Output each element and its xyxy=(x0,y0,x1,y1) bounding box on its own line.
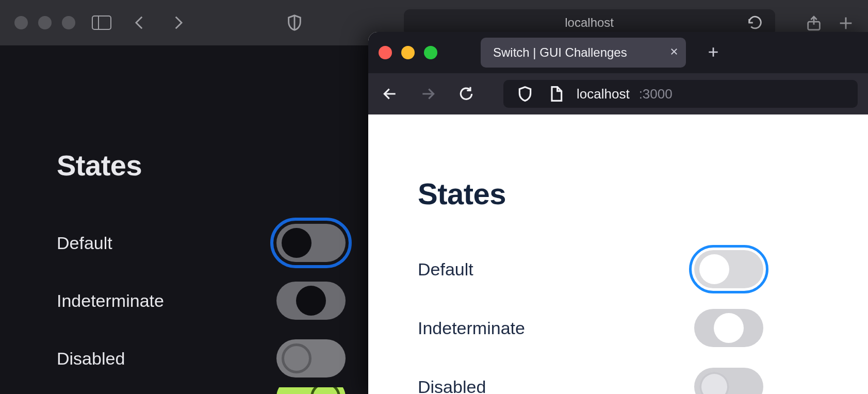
sidebar-toggle-icon[interactable] xyxy=(90,11,113,35)
traffic-light-minimize[interactable] xyxy=(38,16,52,29)
tab-title: Switch | GUI Challenges xyxy=(493,45,627,60)
traffic-light-maximize[interactable] xyxy=(424,46,437,59)
safari-traffic-lights xyxy=(14,16,75,29)
url-port: :3000 xyxy=(639,86,673,102)
traffic-light-close[interactable] xyxy=(379,46,392,59)
firefox-traffic-lights xyxy=(379,46,437,59)
back-icon[interactable] xyxy=(128,11,152,35)
switch-indeterminate[interactable] xyxy=(276,282,346,320)
address-bar-icons xyxy=(514,83,567,105)
page-heading: States xyxy=(418,176,818,211)
switch-disabled xyxy=(694,368,763,394)
reload-icon[interactable] xyxy=(455,83,478,105)
state-label: Default xyxy=(418,259,473,280)
state-label: Indeterminate xyxy=(418,318,525,338)
switch-indeterminate[interactable] xyxy=(694,309,763,347)
switch-disabled-checked xyxy=(276,387,346,394)
state-row-default: Default xyxy=(57,214,346,272)
traffic-light-maximize[interactable] xyxy=(62,16,75,29)
browser-tab[interactable]: Switch | GUI Challenges xyxy=(481,38,686,68)
switch-states-list: Default Indeterminate Disabled xyxy=(418,240,763,394)
new-tab-button[interactable] xyxy=(698,43,728,63)
safari-url-text: localhost xyxy=(565,15,614,30)
shield-icon[interactable] xyxy=(283,11,306,35)
state-row-disabled: Disabled xyxy=(57,330,346,387)
state-row-indeterminate: Indeterminate xyxy=(57,272,346,330)
tab-close-icon[interactable] xyxy=(669,47,679,59)
firefox-toolbar: localhost:3000 xyxy=(368,73,868,114)
state-row-disabled: Disabled xyxy=(418,357,763,394)
forward-icon[interactable] xyxy=(166,11,190,35)
state-label: Default xyxy=(57,233,112,253)
state-row-indeterminate: Indeterminate xyxy=(418,299,763,357)
state-row-disabled-checked xyxy=(57,387,346,394)
shield-icon[interactable] xyxy=(514,83,536,105)
traffic-light-minimize[interactable] xyxy=(401,46,415,59)
forward-icon[interactable] xyxy=(417,83,439,105)
state-label: Disabled xyxy=(418,377,486,395)
firefox-address-bar[interactable]: localhost:3000 xyxy=(503,80,858,108)
switch-default[interactable] xyxy=(694,250,763,288)
url-host: localhost xyxy=(577,86,630,102)
svg-rect-0 xyxy=(92,16,111,29)
page-icon xyxy=(545,83,567,105)
switch-disabled xyxy=(276,339,346,377)
state-label: Disabled xyxy=(57,349,125,369)
firefox-window: Switch | GUI Challenges xyxy=(368,32,868,394)
back-icon[interactable] xyxy=(379,83,401,105)
switch-states-list: Default Indeterminate Disabled xyxy=(57,214,346,394)
firefox-page-content: States Default Indeterminate Disabled xyxy=(368,114,868,394)
traffic-light-close[interactable] xyxy=(14,16,28,29)
state-row-default: Default xyxy=(418,240,763,299)
firefox-titlebar: Switch | GUI Challenges xyxy=(368,32,868,73)
state-label: Indeterminate xyxy=(57,291,164,311)
switch-default[interactable] xyxy=(276,224,346,262)
reload-icon[interactable] xyxy=(743,11,767,35)
